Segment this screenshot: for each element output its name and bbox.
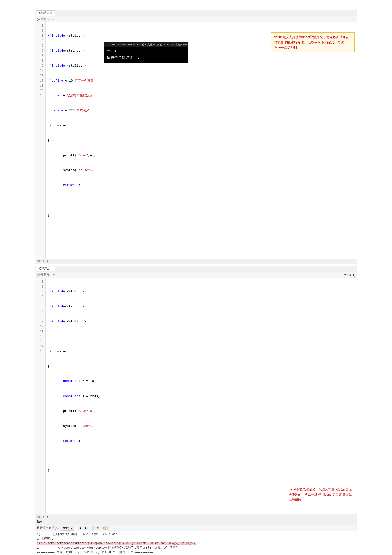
code-line-12 xyxy=(48,198,355,203)
code-line-15 xyxy=(48,243,355,247)
output-line-2: 1>c:\users\zeroten\desktop\c作业\c实验7\c实验7… xyxy=(37,541,355,546)
code2-line-5: ≡int main() xyxy=(48,349,355,354)
status-bar-1: 100 % ▼ xyxy=(35,259,357,264)
ide-tab-2-label: C程序.c × xyxy=(39,267,52,271)
output-clear-btn[interactable]: 🗑 xyxy=(95,526,100,530)
func-indicator-2: ♥ main() xyxy=(344,273,355,277)
scope-dropdown-arrow-1[interactable]: ▼ xyxy=(53,18,55,21)
console-window-1: C:\Users\Zeroten\Desktop\C作业\C实验7\C实验7\D… xyxy=(104,42,188,63)
ide-toolbar-1: (全局范围) ▼ xyxy=(35,16,357,22)
code2-line-13: } xyxy=(48,468,355,473)
ide-window-1: C程序.c × (全局范围) ▼ 12345 678910 1112131415… xyxy=(35,10,357,264)
annotation-bubble-1: define定义支持使用undef取消定义，使得必要时可以对常量 的值进行修改。… xyxy=(271,32,355,52)
output-line-1: 1> C程序.c xyxy=(37,537,355,541)
output-toolbar: 显示输出来源(S): 生成 | ◀ ▶ ↕ 🗑 📋 xyxy=(35,525,357,531)
code-line-5: #undef A 取消指常量的定义 xyxy=(48,93,355,98)
code-line-9: printf("%d\n",A); xyxy=(48,153,355,158)
output-line-0: 1)------ 已启动生成: 项目: C实验, 配置: Debug Win32… xyxy=(37,532,355,537)
output-source-label: 显示输出来源(S): xyxy=(37,526,59,530)
code2-line-12 xyxy=(48,454,355,459)
output-line-3: 1> c:\users\zeroten\desktop\c作业\c实验7\c实验… xyxy=(37,546,355,550)
code2-line-1: ≡#include <stdio.h> xyxy=(48,289,355,294)
scope-label-2: (全局范围) xyxy=(37,273,51,277)
code2-line-9: printf("%d\n",A); xyxy=(48,409,355,414)
ide-tab-1-label: C程序.c × xyxy=(39,11,52,15)
code2-line-7: const int A = 10; xyxy=(48,379,355,384)
code-line-3: #include <stdlib.h> xyxy=(48,63,355,68)
ide-content-2: 12345 678910 1112131415 ≡#include <stdio… xyxy=(35,278,357,514)
code-line-14 xyxy=(48,228,355,233)
code2-line-3: #include <stdlib.h> xyxy=(48,319,355,324)
code2-line-4 xyxy=(48,334,355,339)
code-line-10: system("pause"); xyxy=(48,168,355,173)
ide-toolbar-2: (全局范围) ▼ ♥ main() xyxy=(35,272,357,278)
code-area-1: ≡#include <stdio.h> #include<string.h> #… xyxy=(46,22,357,259)
output-copy-btn[interactable]: 📋 xyxy=(102,526,108,530)
code2-line-2: #include<string.h> xyxy=(48,304,355,309)
output-content: 1)------ 已启动生成: 项目: C实验, 配置: Debug Win32… xyxy=(35,531,357,555)
ide-window-2: C程序.c × (全局范围) ▼ ♥ main() 12345 678910 1… xyxy=(35,266,357,520)
console-title-1: C:\Users\Zeroten\Desktop\C作业\C实验7\C实验7\D… xyxy=(104,42,188,47)
code2-line-11: return 0; xyxy=(48,439,355,444)
scope-label-1: (全局范围) xyxy=(37,17,51,21)
output-next-btn[interactable]: ▶ xyxy=(84,526,88,530)
code-line-6: #define A 2233再次定义 xyxy=(48,108,355,113)
line-numbers-1: 12345 678910 1112131415 xyxy=(35,22,46,259)
ide-tab-2[interactable]: C程序.c × xyxy=(36,266,55,271)
zoom-level-2: 100 % xyxy=(37,515,44,518)
zoom-level-1: 100 % xyxy=(37,260,44,263)
error-text: 1>c:\users\zeroten\desktop\c作业\c实验7\c实验7… xyxy=(37,542,196,545)
output-source-select[interactable]: 生成 xyxy=(61,526,74,531)
code-line-8: { xyxy=(48,138,355,143)
ide-content-1: 12345 678910 1112131415 ≡#include <stdio… xyxy=(35,22,357,259)
ide-tab-bar-2: C程序.c × xyxy=(35,266,357,272)
page-container: C程序.c × (全局范围) ▼ 12345 678910 1112131415… xyxy=(15,10,377,555)
output-panel: 输出 显示输出来源(S): 生成 | ◀ ▶ ↕ 🗑 📋 1)------ 已启… xyxy=(35,519,357,555)
ide-tab-bar-1: C程序.c × xyxy=(35,10,357,16)
code-area-2: ≡#include <stdio.h> #include<string.h> #… xyxy=(46,278,357,514)
output-jump-btn[interactable]: ↕ xyxy=(90,526,94,530)
scope-dropdown-arrow-2[interactable]: ▼ xyxy=(53,274,55,276)
code2-line-8: const int A = 2233; xyxy=(48,394,355,399)
code2-line-10: system("pause"); xyxy=(48,424,355,429)
line-numbers-2: 12345 678910 1112131415 xyxy=(35,278,46,514)
code2-line-6: { xyxy=(48,364,355,369)
code-line-13: } xyxy=(48,213,355,218)
output-prev-btn[interactable]: ◀ xyxy=(78,526,82,530)
status-bar-2: 100 % ▼ xyxy=(35,514,357,519)
console-output-1: 2233 请按任意键继续. . . xyxy=(107,48,186,61)
code-line-7: ≡int main() xyxy=(48,123,355,128)
code-line-4: #define A 10 定义一个常量 xyxy=(48,78,355,83)
output-header: 输出 xyxy=(35,519,357,525)
annotation-bubble-2: const不能取消定义，又因为常量 定义后是无法修改的，所以一旦 使用const… xyxy=(286,485,355,504)
code-line-11: return 0; xyxy=(48,183,355,188)
ide-tab-1[interactable]: C程序.c × xyxy=(36,10,55,16)
output-line-4: ========== 生成: 成功 0 个, 失败 1 个, 最新 0 个, 跳… xyxy=(37,550,355,555)
